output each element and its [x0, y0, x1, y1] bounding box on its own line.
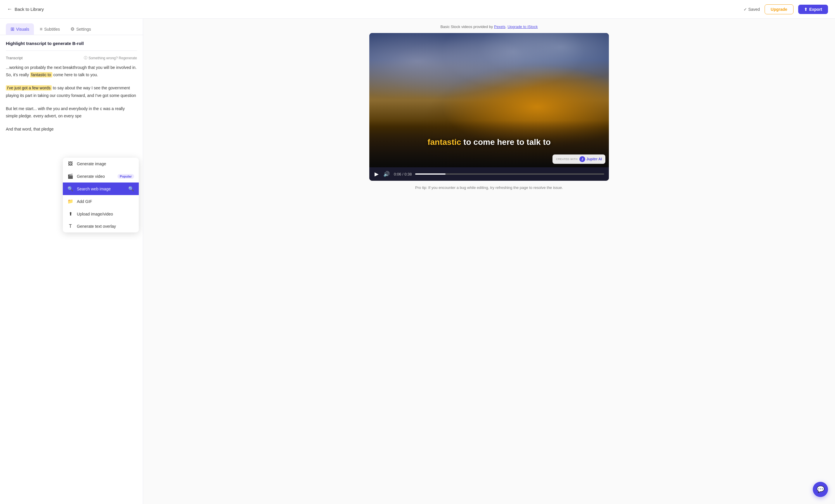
header-actions: ✓ Saved Upgrade ⬆ Export — [744, 4, 828, 14]
video-screen: fantastic to come here to talk to CREATE… — [369, 33, 609, 167]
volume-button[interactable]: 🔊 — [383, 170, 390, 178]
back-arrow-icon: ← — [7, 6, 12, 12]
left-panel: ⊞ Visuals ≡ Subtitles ⚙ Settings Highlig… — [0, 19, 143, 504]
menu-item-generate-image[interactable]: 🖼 Generate image — [63, 158, 139, 170]
highlight-fantastic-to[interactable]: fantastic to — [30, 72, 52, 77]
search-icon: 🔍 — [67, 186, 73, 192]
video-subtitle: fantastic to come here to talk to — [427, 138, 551, 147]
transcript-text: ...working on probably the next breakthr… — [6, 64, 137, 133]
video-icon: 🎬 — [67, 173, 73, 179]
jupitrr-created-label: CREATED WITH — [556, 158, 577, 161]
saved-status: ✓ Saved — [744, 7, 760, 12]
pexels-link[interactable]: Pexels — [494, 24, 506, 29]
istock-link[interactable]: Upgrade to iStock — [508, 24, 537, 29]
jupitrr-logo-icon: J — [579, 156, 585, 162]
right-panel: Basic Stock videos provided by Pexels. U… — [143, 19, 835, 504]
image-icon: 🖼 — [67, 161, 73, 166]
video-controls: ▶ 🔊 0:06 / 0:38 — [369, 167, 609, 181]
jupitrr-badge: CREATED WITH J Jupitrr AI — [552, 154, 605, 164]
chat-icon: 💬 — [817, 486, 824, 493]
tab-bar: ⊞ Visuals ≡ Subtitles ⚙ Settings — [0, 19, 143, 35]
grid-icon: ⊞ — [11, 26, 14, 32]
tab-settings[interactable]: ⚙ Settings — [66, 23, 96, 35]
subtitle-highlight: fantastic — [427, 138, 461, 147]
context-menu: 🖼 Generate image 🎬 Generate video Popula… — [63, 158, 139, 232]
current-time: 0:06 / 0:38 — [394, 172, 412, 176]
popular-badge: Popular — [118, 174, 134, 179]
play-button[interactable]: ▶ — [374, 170, 379, 178]
transcript-para-1: ...working on probably the next breakthr… — [6, 64, 137, 79]
upgrade-button[interactable]: Upgrade — [765, 4, 794, 14]
section-title: Highlight transcript to generate B-roll — [6, 41, 137, 46]
jupitrr-brand-label: Jupitrr AI — [586, 157, 602, 161]
stock-notice: Basic Stock videos provided by Pexels. U… — [440, 24, 537, 29]
menu-item-generate-video[interactable]: 🎬 Generate video Popular — [63, 170, 139, 183]
app-body: ⊞ Visuals ≡ Subtitles ⚙ Settings Highlig… — [0, 19, 835, 504]
export-icon: ⬆ — [804, 7, 808, 12]
subtitle-rest: to come here to talk to — [463, 138, 551, 147]
back-label: Back to Library — [15, 7, 44, 12]
tab-subtitles[interactable]: ≡ Subtitles — [35, 24, 65, 35]
video-background — [369, 33, 609, 167]
export-button[interactable]: ⬆ Export — [798, 5, 828, 14]
menu-item-upload[interactable]: ⬆ Upload image/video — [63, 208, 139, 220]
header: ← Back to Library ✓ Saved Upgrade ⬆ Expo… — [0, 0, 835, 19]
tab-visuals[interactable]: ⊞ Visuals — [6, 23, 34, 35]
transcript-para-2: I've just got a few words to say about t… — [6, 84, 137, 99]
pro-tip: Pro tip: If you encounter a bug while ed… — [415, 185, 563, 190]
upload-icon: ⬆ — [67, 211, 73, 217]
progress-bar[interactable] — [415, 173, 604, 175]
gear-icon: ⚙ — [70, 26, 75, 32]
transcript-para-4: And that word, that pledge — [6, 126, 137, 133]
highlight-few-words[interactable]: I've just got a few words — [6, 85, 52, 90]
transcript-para-3: But let me start... with the you and eve… — [6, 105, 137, 120]
panel-content: Highlight transcript to generate B-roll … — [0, 35, 143, 504]
back-button[interactable]: ← Back to Library — [7, 6, 44, 12]
search-emoji: 🔍 — [128, 186, 134, 192]
transcript-header: Transcript ⓘ Something wrong? Regenerate — [6, 56, 137, 60]
text-icon: T — [67, 224, 73, 229]
progress-fill — [415, 173, 445, 175]
menu-item-add-gif[interactable]: 📁 Add GIF — [63, 195, 139, 208]
menu-item-search-web-image[interactable]: 🔍 Search web image 🔍 — [63, 183, 139, 195]
regenerate-link[interactable]: ⓘ Something wrong? Regenerate — [84, 56, 137, 60]
gif-icon: 📁 — [67, 198, 73, 204]
check-icon: ✓ — [744, 7, 747, 12]
transcript-label: Transcript — [6, 56, 22, 60]
info-icon: ⓘ — [84, 56, 87, 60]
chat-button[interactable]: 💬 — [813, 482, 828, 497]
video-player: fantastic to come here to talk to CREATE… — [369, 33, 609, 181]
divider — [6, 50, 137, 51]
list-icon: ≡ — [40, 26, 42, 32]
menu-item-generate-text-overlay[interactable]: T Generate text overlay — [63, 220, 139, 232]
